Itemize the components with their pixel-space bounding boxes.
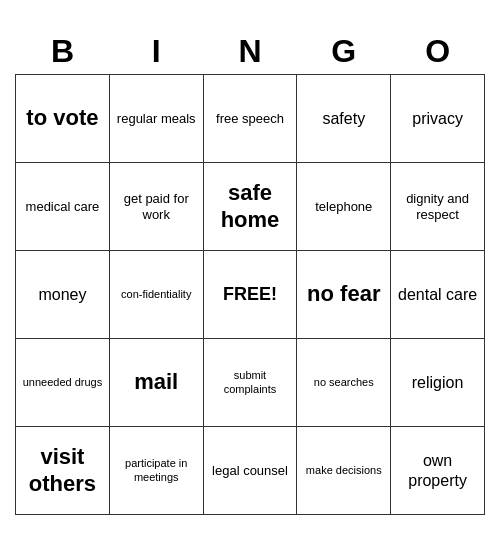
bingo-row: to voteregular mealsfree speechsafetypri…: [16, 75, 485, 163]
bingo-cell: unneeded drugs: [16, 339, 110, 427]
bingo-cell: to vote: [16, 75, 110, 163]
bingo-cell: no fear: [297, 251, 391, 339]
bingo-row: medical careget paid for worksafe homete…: [16, 163, 485, 251]
bingo-cell: free speech: [203, 75, 297, 163]
bingo-letter: O: [391, 29, 485, 75]
bingo-cell: medical care: [16, 163, 110, 251]
bingo-cell: get paid for work: [109, 163, 203, 251]
bingo-letter: B: [16, 29, 110, 75]
bingo-letter: I: [109, 29, 203, 75]
bingo-cell: legal counsel: [203, 427, 297, 515]
bingo-card: BINGO to voteregular mealsfree speechsaf…: [15, 29, 485, 515]
bingo-cell: privacy: [391, 75, 485, 163]
bingo-cell: religion: [391, 339, 485, 427]
bingo-cell: FREE!: [203, 251, 297, 339]
bingo-cell: no searches: [297, 339, 391, 427]
bingo-cell: make decisions: [297, 427, 391, 515]
bingo-cell: regular meals: [109, 75, 203, 163]
bingo-cell: participate in meetings: [109, 427, 203, 515]
bingo-cell: dignity and respect: [391, 163, 485, 251]
bingo-cell: dental care: [391, 251, 485, 339]
bingo-row: unneeded drugsmailsubmit complaintsno se…: [16, 339, 485, 427]
bingo-cell: submit complaints: [203, 339, 297, 427]
bingo-row: moneycon-fidentialityFREE!no feardental …: [16, 251, 485, 339]
bingo-cell: safety: [297, 75, 391, 163]
bingo-cell: own property: [391, 427, 485, 515]
bingo-letter: N: [203, 29, 297, 75]
bingo-cell: con-fidentiality: [109, 251, 203, 339]
bingo-letter: G: [297, 29, 391, 75]
bingo-cell: telephone: [297, 163, 391, 251]
bingo-header: BINGO: [16, 29, 485, 75]
bingo-cell: mail: [109, 339, 203, 427]
bingo-cell: money: [16, 251, 110, 339]
bingo-cell: visit others: [16, 427, 110, 515]
bingo-row: visit othersparticipate in meetingslegal…: [16, 427, 485, 515]
bingo-cell: safe home: [203, 163, 297, 251]
